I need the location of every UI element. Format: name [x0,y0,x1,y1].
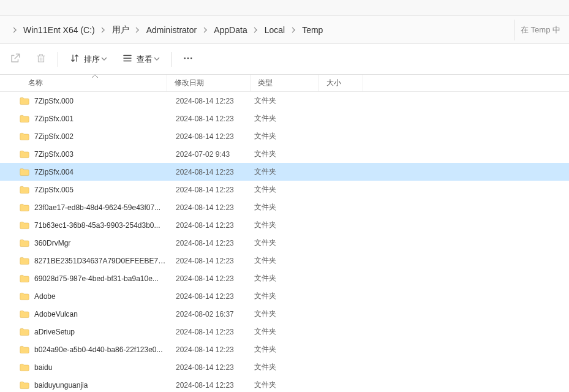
list-icon [122,53,133,66]
more-icon [183,53,194,66]
cell-date: 2024-08-14 12:23 [167,115,251,123]
crumb-appdata[interactable]: AppData [210,20,251,40]
cell-date: 2024-08-14 12:23 [167,239,251,247]
cell-date: 2024-08-14 12:23 [167,132,251,141]
chevron-right-icon[interactable] [288,27,298,33]
chevron-right-icon[interactable] [10,27,20,33]
crumb-temp[interactable]: Temp [298,20,326,40]
column-headers: 名称 修改日期 类型 大小 [0,75,569,92]
cell-type: 文件夹 [251,149,319,159]
file-name: 23f0ae17-ed8b-48d4-9624-59e43f07... [34,203,160,212]
chevron-right-icon[interactable] [200,27,210,33]
table-row[interactable]: Adobe2024-08-14 12:23文件夹 [0,287,569,305]
toolbar-separator [58,52,58,67]
cell-name: Adobe [20,292,167,301]
folder-icon [20,257,29,265]
folder-icon [20,203,29,212]
table-row[interactable]: b024a90e-a5b0-4d40-ba86-22f123e0...2024-… [0,341,569,358]
file-name: Adobe [34,292,56,301]
cell-name: 69028d75-987e-4bed-bf31-ba9a10e... [20,274,167,283]
column-type[interactable]: 类型 [251,75,319,91]
svg-point-1 [187,58,189,59]
chevron-right-icon[interactable] [99,27,108,33]
breadcrumb: Win11Ent X64 (C:) 用户 Administrator AppDa… [0,16,569,44]
cell-name: 23f0ae17-ed8b-48d4-9624-59e43f07... [20,203,167,212]
column-date[interactable]: 修改日期 [167,75,251,91]
cell-type: 文件夹 [251,167,319,177]
cell-date: 2024-08-14 12:23 [167,257,251,265]
table-row[interactable]: 71b63ec1-36b8-45a3-9903-254d3b0...2024-0… [0,216,569,234]
table-row[interactable]: 69028d75-987e-4bed-bf31-ba9a10e...2024-0… [0,270,569,287]
cell-name: 7ZipSfx.004 [20,168,167,176]
cell-type: 文件夹 [251,220,319,230]
folder-icon [20,221,29,230]
table-row[interactable]: baiduyunguanjia2024-08-14 12:23文件夹 [0,376,569,392]
cell-name: 7ZipSfx.002 [20,132,167,141]
share-button[interactable] [4,48,27,70]
chevron-right-icon[interactable] [133,27,143,33]
folder-icon [20,168,29,176]
table-row[interactable]: 7ZipSfx.0032024-07-02 9:43文件夹 [0,145,569,163]
cell-type: 文件夹 [251,291,319,301]
table-row[interactable]: 7ZipSfx.0052024-08-14 12:23文件夹 [0,181,569,198]
cell-name: 7ZipSfx.001 [20,115,167,123]
table-row[interactable]: 7ZipSfx.0002024-08-14 12:23文件夹 [0,92,569,110]
toolbar: 排序 查看 [0,44,569,75]
search-input[interactable]: 在 Temp 中 [514,20,567,40]
cell-name: b024a90e-a5b0-4d40-ba86-22f123e0... [20,345,167,354]
crumb-root[interactable] [2,20,10,40]
file-name: baiduyunguanjia [34,381,88,390]
crumb-admin[interactable]: Administrator [143,20,200,40]
cell-name: 7ZipSfx.000 [20,97,167,105]
view-label: 查看 [137,54,153,65]
cell-date: 2024-08-14 12:23 [167,186,251,194]
more-button[interactable] [176,48,200,70]
table-row[interactable]: 23f0ae17-ed8b-48d4-9624-59e43f07...2024-… [0,198,569,216]
cell-type: 文件夹 [251,131,319,141]
top-spacer [0,0,569,16]
table-row[interactable]: 8271BE2351D34637A79D0EFEEBE7A0...2024-08… [0,252,569,270]
cell-date: 2024-07-02 9:43 [167,150,251,159]
column-size[interactable]: 大小 [319,75,363,91]
sort-button[interactable]: 排序 [63,48,113,70]
cell-date: 2024-08-14 12:23 [167,381,251,390]
crumb-users[interactable]: 用户 [108,20,133,40]
folder-icon [20,363,29,372]
cell-date: 2024-08-14 12:23 [167,363,251,372]
delete-button[interactable] [29,48,53,70]
items-area[interactable]: 7ZipSfx.0002024-08-14 12:23文件夹7ZipSfx.00… [0,92,569,392]
table-row[interactable]: 7ZipSfx.0042024-08-14 12:23文件夹 [0,163,569,181]
cell-date: 2024-08-14 12:23 [167,168,251,176]
folder-icon [20,381,29,390]
chevron-right-icon[interactable] [251,27,261,33]
table-row[interactable]: 360DrvMgr2024-08-14 12:23文件夹 [0,234,569,252]
column-name[interactable]: 名称 [0,75,167,91]
breadcrumb-path[interactable]: Win11Ent X64 (C:) 用户 Administrator AppDa… [2,20,509,40]
file-name: 7ZipSfx.002 [34,132,73,141]
folder-icon [20,239,29,247]
cell-date: 2024-08-14 12:23 [167,292,251,301]
file-name: 7ZipSfx.004 [34,168,73,176]
folder-icon [20,292,29,301]
table-row[interactable]: 7ZipSfx.0022024-08-14 12:23文件夹 [0,127,569,145]
cell-type: 文件夹 [251,255,319,266]
cell-date: 2024-08-14 12:23 [167,345,251,354]
view-button[interactable]: 查看 [116,48,166,70]
cell-type: 文件夹 [251,326,319,337]
cell-date: 2024-08-02 16:37 [167,310,251,318]
crumb-drive[interactable]: Win11Ent X64 (C:) [20,20,99,40]
cell-name: 8271BE2351D34637A79D0EFEEBE7A0... [20,257,167,265]
cell-type: 文件夹 [251,113,319,124]
cell-type: 文件夹 [251,380,319,390]
table-row[interactable]: baidu2024-08-14 12:23文件夹 [0,358,569,376]
cell-name: aDriveSetup [20,328,167,336]
file-name: 360DrvMgr [34,239,70,247]
cell-name: baiduyunguanjia [20,381,167,390]
table-row[interactable]: AdobeVulcan2024-08-02 16:37文件夹 [0,305,569,323]
cell-type: 文件夹 [251,238,319,248]
file-name: 7ZipSfx.001 [34,115,73,123]
crumb-local[interactable]: Local [261,20,288,40]
table-row[interactable]: aDriveSetup2024-08-14 12:23文件夹 [0,323,569,341]
file-name: 8271BE2351D34637A79D0EFEEBE7A0... [34,257,167,265]
table-row[interactable]: 7ZipSfx.0012024-08-14 12:23文件夹 [0,110,569,127]
